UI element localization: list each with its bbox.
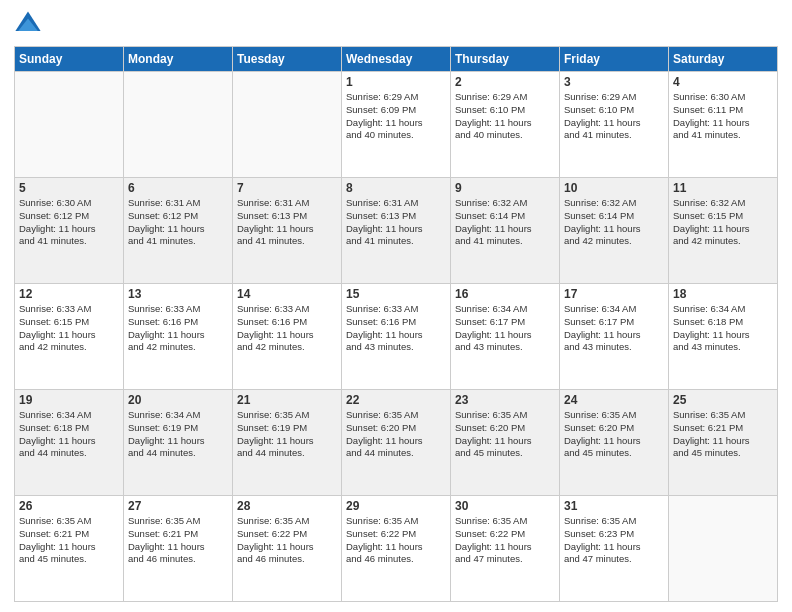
day-number: 20 [128,393,228,407]
calendar-cell: 30Sunrise: 6:35 AM Sunset: 6:22 PM Dayli… [451,496,560,602]
day-number: 24 [564,393,664,407]
day-info: Sunrise: 6:33 AM Sunset: 6:15 PM Dayligh… [19,303,119,354]
calendar-cell: 9Sunrise: 6:32 AM Sunset: 6:14 PM Daylig… [451,178,560,284]
day-info: Sunrise: 6:35 AM Sunset: 6:20 PM Dayligh… [564,409,664,460]
calendar-cell: 13Sunrise: 6:33 AM Sunset: 6:16 PM Dayli… [124,284,233,390]
calendar-cell: 2Sunrise: 6:29 AM Sunset: 6:10 PM Daylig… [451,72,560,178]
calendar-cell: 23Sunrise: 6:35 AM Sunset: 6:20 PM Dayli… [451,390,560,496]
day-number: 3 [564,75,664,89]
weekday-header-monday: Monday [124,47,233,72]
day-info: Sunrise: 6:35 AM Sunset: 6:22 PM Dayligh… [346,515,446,566]
calendar-cell [669,496,778,602]
day-number: 27 [128,499,228,513]
calendar-cell: 17Sunrise: 6:34 AM Sunset: 6:17 PM Dayli… [560,284,669,390]
calendar-cell [233,72,342,178]
day-info: Sunrise: 6:34 AM Sunset: 6:18 PM Dayligh… [673,303,773,354]
calendar-cell: 18Sunrise: 6:34 AM Sunset: 6:18 PM Dayli… [669,284,778,390]
day-number: 18 [673,287,773,301]
day-number: 23 [455,393,555,407]
day-info: Sunrise: 6:34 AM Sunset: 6:17 PM Dayligh… [455,303,555,354]
day-number: 2 [455,75,555,89]
day-number: 28 [237,499,337,513]
calendar-week-row: 12Sunrise: 6:33 AM Sunset: 6:15 PM Dayli… [15,284,778,390]
logo-icon [14,10,42,38]
weekday-header-friday: Friday [560,47,669,72]
calendar-cell: 11Sunrise: 6:32 AM Sunset: 6:15 PM Dayli… [669,178,778,284]
day-number: 17 [564,287,664,301]
day-number: 25 [673,393,773,407]
day-info: Sunrise: 6:35 AM Sunset: 6:23 PM Dayligh… [564,515,664,566]
day-number: 7 [237,181,337,195]
day-info: Sunrise: 6:29 AM Sunset: 6:10 PM Dayligh… [455,91,555,142]
day-info: Sunrise: 6:31 AM Sunset: 6:12 PM Dayligh… [128,197,228,248]
calendar-cell: 28Sunrise: 6:35 AM Sunset: 6:22 PM Dayli… [233,496,342,602]
day-info: Sunrise: 6:35 AM Sunset: 6:20 PM Dayligh… [346,409,446,460]
day-number: 10 [564,181,664,195]
day-number: 4 [673,75,773,89]
calendar-week-row: 26Sunrise: 6:35 AM Sunset: 6:21 PM Dayli… [15,496,778,602]
day-info: Sunrise: 6:35 AM Sunset: 6:21 PM Dayligh… [128,515,228,566]
calendar-cell: 22Sunrise: 6:35 AM Sunset: 6:20 PM Dayli… [342,390,451,496]
day-info: Sunrise: 6:32 AM Sunset: 6:14 PM Dayligh… [564,197,664,248]
weekday-header-thursday: Thursday [451,47,560,72]
day-number: 5 [19,181,119,195]
calendar-cell [15,72,124,178]
day-info: Sunrise: 6:35 AM Sunset: 6:22 PM Dayligh… [455,515,555,566]
calendar-cell: 16Sunrise: 6:34 AM Sunset: 6:17 PM Dayli… [451,284,560,390]
weekday-header-row: SundayMondayTuesdayWednesdayThursdayFrid… [15,47,778,72]
day-info: Sunrise: 6:29 AM Sunset: 6:10 PM Dayligh… [564,91,664,142]
calendar-table: SundayMondayTuesdayWednesdayThursdayFrid… [14,46,778,602]
day-info: Sunrise: 6:33 AM Sunset: 6:16 PM Dayligh… [237,303,337,354]
calendar-cell: 21Sunrise: 6:35 AM Sunset: 6:19 PM Dayli… [233,390,342,496]
day-number: 1 [346,75,446,89]
day-number: 29 [346,499,446,513]
day-info: Sunrise: 6:32 AM Sunset: 6:14 PM Dayligh… [455,197,555,248]
day-info: Sunrise: 6:30 AM Sunset: 6:12 PM Dayligh… [19,197,119,248]
calendar-header: SundayMondayTuesdayWednesdayThursdayFrid… [15,47,778,72]
weekday-header-sunday: Sunday [15,47,124,72]
day-number: 21 [237,393,337,407]
calendar-cell: 29Sunrise: 6:35 AM Sunset: 6:22 PM Dayli… [342,496,451,602]
day-number: 12 [19,287,119,301]
day-number: 16 [455,287,555,301]
day-number: 11 [673,181,773,195]
calendar-cell: 27Sunrise: 6:35 AM Sunset: 6:21 PM Dayli… [124,496,233,602]
day-info: Sunrise: 6:35 AM Sunset: 6:19 PM Dayligh… [237,409,337,460]
day-info: Sunrise: 6:35 AM Sunset: 6:21 PM Dayligh… [19,515,119,566]
day-info: Sunrise: 6:31 AM Sunset: 6:13 PM Dayligh… [346,197,446,248]
calendar-cell: 7Sunrise: 6:31 AM Sunset: 6:13 PM Daylig… [233,178,342,284]
calendar-cell: 10Sunrise: 6:32 AM Sunset: 6:14 PM Dayli… [560,178,669,284]
calendar-cell: 6Sunrise: 6:31 AM Sunset: 6:12 PM Daylig… [124,178,233,284]
weekday-header-wednesday: Wednesday [342,47,451,72]
calendar-cell: 8Sunrise: 6:31 AM Sunset: 6:13 PM Daylig… [342,178,451,284]
calendar-cell: 20Sunrise: 6:34 AM Sunset: 6:19 PM Dayli… [124,390,233,496]
day-info: Sunrise: 6:35 AM Sunset: 6:20 PM Dayligh… [455,409,555,460]
calendar-week-row: 5Sunrise: 6:30 AM Sunset: 6:12 PM Daylig… [15,178,778,284]
day-info: Sunrise: 6:35 AM Sunset: 6:22 PM Dayligh… [237,515,337,566]
day-number: 19 [19,393,119,407]
day-number: 30 [455,499,555,513]
day-number: 8 [346,181,446,195]
calendar-cell: 14Sunrise: 6:33 AM Sunset: 6:16 PM Dayli… [233,284,342,390]
day-number: 26 [19,499,119,513]
day-info: Sunrise: 6:32 AM Sunset: 6:15 PM Dayligh… [673,197,773,248]
day-info: Sunrise: 6:31 AM Sunset: 6:13 PM Dayligh… [237,197,337,248]
day-number: 31 [564,499,664,513]
calendar-cell: 4Sunrise: 6:30 AM Sunset: 6:11 PM Daylig… [669,72,778,178]
calendar-cell: 1Sunrise: 6:29 AM Sunset: 6:09 PM Daylig… [342,72,451,178]
day-info: Sunrise: 6:34 AM Sunset: 6:17 PM Dayligh… [564,303,664,354]
day-number: 13 [128,287,228,301]
day-number: 14 [237,287,337,301]
calendar-cell: 15Sunrise: 6:33 AM Sunset: 6:16 PM Dayli… [342,284,451,390]
calendar-cell: 5Sunrise: 6:30 AM Sunset: 6:12 PM Daylig… [15,178,124,284]
day-info: Sunrise: 6:35 AM Sunset: 6:21 PM Dayligh… [673,409,773,460]
day-number: 6 [128,181,228,195]
calendar-cell: 19Sunrise: 6:34 AM Sunset: 6:18 PM Dayli… [15,390,124,496]
day-info: Sunrise: 6:29 AM Sunset: 6:09 PM Dayligh… [346,91,446,142]
day-info: Sunrise: 6:34 AM Sunset: 6:18 PM Dayligh… [19,409,119,460]
calendar-cell: 25Sunrise: 6:35 AM Sunset: 6:21 PM Dayli… [669,390,778,496]
calendar-cell: 3Sunrise: 6:29 AM Sunset: 6:10 PM Daylig… [560,72,669,178]
calendar-cell [124,72,233,178]
calendar-body: 1Sunrise: 6:29 AM Sunset: 6:09 PM Daylig… [15,72,778,602]
calendar-week-row: 1Sunrise: 6:29 AM Sunset: 6:09 PM Daylig… [15,72,778,178]
